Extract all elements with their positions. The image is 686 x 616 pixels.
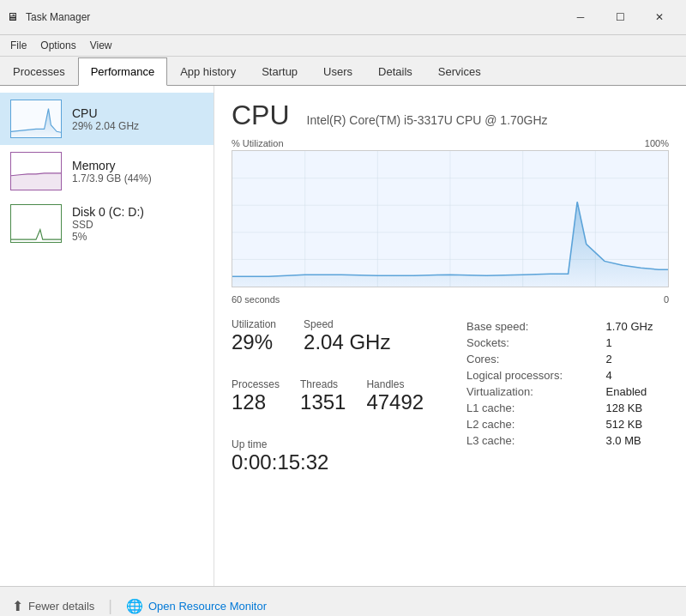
memory-sidebar-info: Memory 1.7/3.9 GB (44%) [72, 159, 152, 184]
tab-app-history[interactable]: App history [167, 57, 249, 86]
stat-handles: Handles 47492 [366, 378, 424, 414]
stat-uptime: Up time 0:00:15:32 [232, 438, 437, 474]
l2-cache-value: 512 KB [603, 416, 669, 432]
info-row-logical-processors: Logical processors: 4 [463, 367, 669, 383]
tab-processes[interactable]: Processes [0, 57, 78, 86]
processes-value: 128 [232, 390, 280, 414]
speed-label: Speed [304, 318, 390, 330]
speed-value: 2.04 GHz [304, 330, 390, 354]
menu-view[interactable]: View [83, 37, 119, 54]
tab-performance[interactable]: Performance [78, 57, 167, 86]
threads-value: 1351 [300, 390, 346, 414]
menu-bar: File Options View [0, 35, 686, 57]
footer: ⬆ Fewer details | 🌐 Open Resource Monito… [0, 586, 686, 616]
disk-sidebar-name: Disk 0 (C: D:) [72, 205, 144, 219]
detail-header: CPU Intel(R) Core(TM) i5-3317U CPU @ 1.7… [232, 100, 669, 131]
l1-cache-value: 128 KB [603, 400, 669, 416]
disk-sidebar-sub1: SSD [72, 219, 144, 231]
cpu-sidebar-name: CPU [72, 106, 139, 120]
info-table: Base speed: 1.70 GHz Sockets: 1 Cores: 2 [463, 318, 669, 449]
info-row-sockets: Sockets: 1 [463, 335, 669, 351]
sidebar-item-memory[interactable]: Memory 1.7/3.9 GB (44%) [0, 145, 214, 197]
handles-value: 47492 [366, 390, 424, 414]
chart-time-label: 60 seconds [232, 294, 280, 305]
main-content: CPU 29% 2.04 GHz Memory 1.7/3.9 GB (44%) [0, 86, 686, 586]
sockets-value: 1 [603, 335, 669, 351]
base-speed-label: Base speed: [463, 318, 603, 335]
threads-label: Threads [300, 378, 346, 390]
utilization-value: 29% [232, 330, 276, 354]
cpu-mini-graph [10, 100, 62, 138]
menu-file[interactable]: File [3, 37, 33, 54]
detail-title: CPU [232, 100, 290, 131]
memory-sidebar-name: Memory [72, 159, 152, 172]
title-bar-controls: ─ ☐ ✕ [561, 5, 679, 29]
disk-mini-graph [10, 204, 62, 243]
cores-label: Cores: [463, 351, 603, 367]
tab-users[interactable]: Users [310, 57, 365, 86]
fewer-details-icon: ⬆ [12, 598, 23, 614]
base-speed-value: 1.70 GHz [603, 318, 669, 335]
minimize-button[interactable]: ─ [561, 5, 600, 29]
chart-labels-top: % Utilization 100% [232, 138, 669, 148]
info-row-base-speed: Base speed: 1.70 GHz [463, 318, 669, 335]
logical-processors-label: Logical processors: [463, 367, 603, 383]
svg-marker-3 [11, 173, 61, 190]
tab-details[interactable]: Details [365, 57, 425, 86]
app-icon: 🖥 [7, 10, 21, 24]
cores-value: 2 [603, 351, 669, 367]
stat-utilization: Utilization 29% [232, 318, 276, 354]
tab-bar: Processes Performance App history Startu… [0, 57, 686, 86]
menu-options[interactable]: Options [33, 37, 82, 54]
l2-cache-label: L2 cache: [463, 416, 603, 432]
stats-right: Base speed: 1.70 GHz Sockets: 1 Cores: 2 [463, 318, 669, 486]
virtualization-value: Enabled [603, 383, 669, 400]
l1-cache-label: L1 cache: [463, 400, 603, 416]
stat-threads: Threads 1351 [300, 378, 346, 414]
maximize-button[interactable]: ☐ [600, 5, 640, 29]
tab-startup[interactable]: Startup [249, 57, 310, 86]
info-row-cores: Cores: 2 [463, 351, 669, 367]
processes-label: Processes [232, 378, 280, 390]
stat-processes: Processes 128 [232, 378, 280, 414]
info-row-l1-cache: L1 cache: 128 KB [463, 400, 669, 416]
fewer-details-button[interactable]: ⬆ Fewer details [12, 598, 94, 614]
open-resource-monitor-link[interactable]: 🌐 Open Resource Monitor [126, 598, 267, 614]
close-button[interactable]: ✕ [640, 5, 679, 29]
info-row-l3-cache: L3 cache: 3.0 MB [463, 432, 669, 449]
sidebar-item-disk[interactable]: Disk 0 (C: D:) SSD 5% [0, 197, 214, 250]
l3-cache-value: 3.0 MB [603, 432, 669, 449]
resource-monitor-icon: 🌐 [126, 598, 143, 614]
memory-sidebar-sub: 1.7/3.9 GB (44%) [72, 172, 152, 184]
title-bar: 🖥 Task Manager ─ ☐ ✕ [0, 0, 686, 35]
cpu-chart [232, 150, 669, 287]
sidebar-item-cpu[interactable]: CPU 29% 2.04 GHz [0, 93, 214, 145]
info-row-l2-cache: L2 cache: 512 KB [463, 416, 669, 432]
uptime-label: Up time [232, 438, 437, 450]
chart-label-utilization: % Utilization [232, 138, 284, 148]
fewer-details-label: Fewer details [28, 600, 94, 613]
info-row-virtualization: Virtualization: Enabled [463, 383, 669, 400]
sockets-label: Sockets: [463, 335, 603, 351]
chart-labels-bottom: 60 seconds 0 [232, 294, 669, 305]
title-bar-left: 🖥 Task Manager [7, 10, 90, 24]
logical-processors-value: 4 [603, 367, 669, 383]
stats-left: Utilization 29% Speed 2.04 GHz Processes… [232, 318, 437, 486]
l3-cache-label: L3 cache: [463, 432, 603, 449]
utilization-label: Utilization [232, 318, 276, 330]
handles-label: Handles [366, 378, 424, 390]
stats-section: Utilization 29% Speed 2.04 GHz Processes… [232, 318, 669, 486]
detail-pane: CPU Intel(R) Core(TM) i5-3317U CPU @ 1.7… [214, 86, 686, 586]
uptime-value: 0:00:15:32 [232, 450, 437, 474]
cpu-sidebar-info: CPU 29% 2.04 GHz [72, 106, 139, 132]
chart-zero-label: 0 [664, 294, 669, 305]
svg-rect-4 [11, 205, 61, 242]
disk-sidebar-info: Disk 0 (C: D:) SSD 5% [72, 205, 144, 243]
tab-services[interactable]: Services [425, 57, 494, 86]
footer-separator: | [108, 597, 112, 615]
detail-subtitle: Intel(R) Core(TM) i5-3317U CPU @ 1.70GHz [307, 113, 548, 127]
sidebar: CPU 29% 2.04 GHz Memory 1.7/3.9 GB (44%) [0, 86, 214, 586]
app-title: Task Manager [26, 11, 90, 23]
virtualization-label: Virtualization: [463, 383, 603, 400]
cpu-sidebar-sub: 29% 2.04 GHz [72, 120, 139, 132]
